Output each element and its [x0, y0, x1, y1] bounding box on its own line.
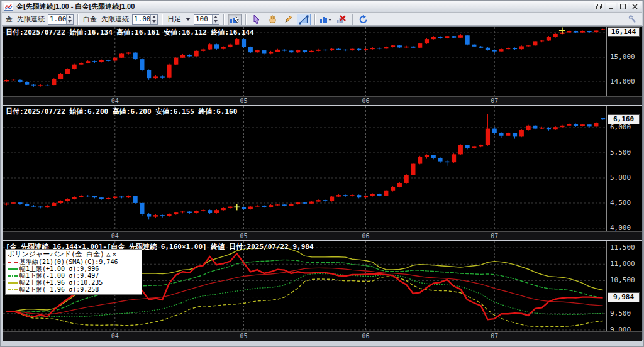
spread-last-price: 9,984 [608, 292, 640, 302]
gold-last-price: 16,144 [608, 27, 640, 37]
legend-item-band1-lower: 幅1下限(-1.00 σ):9,497 [8, 272, 140, 279]
chart-app-icon [4, 3, 14, 11]
timeframe-dropdown-arrow[interactable] [186, 18, 191, 21]
gold-plot[interactable] [3, 27, 607, 96]
axis-tick-label: 14,000 [610, 77, 635, 85]
band2-upper-swatch [8, 282, 18, 284]
instrument2-label: 白金 [83, 14, 97, 24]
month-label: 04 [109, 233, 121, 240]
month-label: 06 [359, 233, 372, 240]
spread-time-strip: 04050607 [3, 331, 642, 341]
axis-tick-label: 10,500 [610, 276, 635, 284]
toolbar: 金 先限連続 1.00 白金 先限連続 1.00 日足 100 [2, 13, 642, 26]
month-label: 07 [488, 333, 501, 339]
toolbar-separator [223, 14, 224, 25]
spread-axis[interactable]: 11,50011,00010,50010,0009,5009,0009,984 [607, 241, 642, 331]
platinum-panel: 6,0005,5005,0004,5004,0006,160 日付:2025/0… [3, 106, 642, 240]
instrument1-ratio-spinner[interactable]: 1.00 [48, 14, 74, 25]
axis-tick-label: 15,000 [610, 53, 635, 61]
axis-tick-label: 4,500 [610, 199, 631, 207]
legend-item-band2-upper: 幅2上限(+1.96 σ):10,235 [8, 279, 140, 286]
refresh-button[interactable] [357, 14, 370, 25]
window-title: 金[先限連続]1.00 - 白金[先限連続]1.00 [16, 2, 135, 11]
maximize-button[interactable] [618, 3, 628, 11]
bar-count-spinner[interactable]: 100 [194, 14, 219, 25]
bar-chart-icon [319, 14, 332, 25]
legend-item-sma: 基準線(21)(0)(SMA)(C):9,746 [8, 258, 140, 265]
axis-tick-label: 4,000 [610, 224, 631, 232]
toolbar-separator [245, 14, 246, 25]
month-label: 04 [109, 97, 121, 104]
trendline-icon [299, 14, 309, 25]
data-window-button[interactable] [228, 14, 242, 25]
bar-count-spinner-buttons[interactable] [212, 15, 219, 24]
title-bar: 金[先限連続]1.00 - 白金[先限連続]1.00 [2, 1, 642, 13]
pointer-tool-button[interactable] [250, 14, 264, 25]
toolbar-separator [352, 14, 353, 25]
float-window-button[interactable] [594, 3, 604, 11]
minimize-button[interactable] [606, 3, 616, 11]
settings-button[interactable] [626, 14, 640, 25]
draw-tool-button[interactable] [281, 14, 295, 25]
band1-lower-swatch [8, 275, 18, 277]
toolbar-separator [162, 14, 162, 25]
close-button[interactable] [630, 3, 640, 11]
instrument2-series-label: 先限連続 [101, 14, 129, 24]
legend-collapse-button[interactable]: △ [106, 250, 111, 258]
legend-close-button[interactable]: × [113, 250, 117, 258]
instrument1-ratio-value[interactable]: 1.00 [48, 15, 66, 24]
bollinger-legend: ボリンジャーバンド(金 白金) △ × 基準線(21)(0)(SMA)(C):9… [5, 249, 142, 295]
band1-upper-swatch [8, 268, 18, 270]
pencil-icon [283, 14, 293, 25]
instrument2-ratio-spinner[interactable]: 1.00 [132, 14, 158, 25]
month-label: 06 [359, 333, 372, 339]
legend-item-band2-lower: 幅2下限(-1.96 σ):9,258 [8, 286, 140, 293]
gold-axis[interactable]: 16,00015,00014,00016,144 [607, 27, 642, 96]
data-window-icon [230, 14, 240, 25]
month-label: 07 [488, 97, 501, 104]
axis-tick-label: 11,000 [610, 260, 635, 268]
instrument1-series-label: 先限連続 [17, 14, 45, 24]
delete-analysis-button[interactable] [335, 14, 348, 25]
wrench-icon [628, 14, 638, 25]
chart-region: 16,00015,00014,00016,144 日付:2025/07/22 始… [3, 26, 643, 340]
axis-tick-label: 5,500 [610, 148, 631, 157]
chart-window: 金[先限連続]1.00 - 白金[先限連続]1.00 金 先限連続 1.00 白… [0, 0, 644, 347]
axis-tick-label: 11,500 [610, 243, 635, 251]
month-label: 05 [238, 233, 250, 240]
legend-item-band1-upper: 幅1上限(+1.00 σ):9,996 [8, 265, 140, 272]
sma-line-swatch [8, 262, 18, 263]
gold-time-strip: 04050607 [3, 96, 642, 105]
timeframe-dropdown[interactable]: 日足 [167, 14, 181, 24]
legend-title: ボリンジャーバンド(金 白金) [8, 250, 104, 258]
platinum-time-strip: 04050607 [3, 231, 642, 240]
axis-tick-label: 9,500 [610, 309, 631, 317]
month-label: 07 [488, 233, 501, 240]
month-label: 06 [359, 97, 372, 104]
platinum-plot[interactable] [3, 106, 607, 231]
toolbar-separator [77, 14, 78, 25]
instrument2-spinner-buttons[interactable] [150, 15, 157, 24]
gold-info-text: 日付:2025/07/22 始値:16,134 高値:16,161 安値:16,… [6, 28, 254, 37]
instrument1-spinner-buttons[interactable] [66, 15, 73, 24]
axis-tick-label: 5,000 [610, 174, 631, 182]
band2-lower-swatch [8, 289, 18, 290]
instrument2-ratio-value[interactable]: 1.00 [133, 15, 150, 24]
month-label: 04 [109, 333, 121, 339]
bar-count-value[interactable]: 100 [194, 15, 212, 24]
pan-hand-button[interactable] [265, 14, 279, 25]
trendline-tool-button[interactable] [297, 14, 311, 25]
hand-icon [267, 14, 277, 25]
chart-type-button[interactable] [319, 14, 333, 25]
spread-panel: 11,50011,00010,50010,0009,5009,0009,984 … [3, 241, 642, 341]
month-label: 05 [238, 97, 250, 104]
gold-panel: 16,00015,00014,00016,144 日付:2025/07/22 始… [3, 27, 642, 105]
refresh-icon [358, 14, 369, 25]
toolbar-separator [314, 14, 315, 25]
delete-analysis-icon [336, 14, 347, 25]
platinum-info-text: 日付:2025/07/22 始値:6,200 高値:6,200 安値:6,155… [6, 107, 237, 116]
platinum-axis[interactable]: 6,0005,5005,0004,5004,0006,160 [607, 106, 642, 231]
platinum-last-price: 6,160 [608, 114, 640, 124]
month-label: 05 [238, 333, 250, 339]
instrument1-label: 金 [6, 14, 13, 24]
